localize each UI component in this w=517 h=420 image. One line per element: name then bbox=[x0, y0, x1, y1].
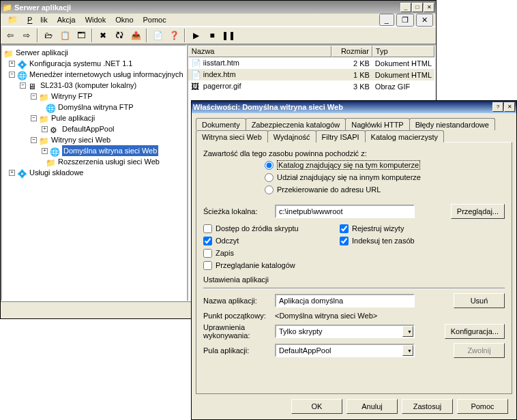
apply-button[interactable]: Zastosuj bbox=[402, 399, 453, 414]
tab-body: Zawartość dla tego zasobu powinna pochod… bbox=[196, 142, 512, 394]
tree-iis[interactable]: Menedżer internetowych usług informacyjn… bbox=[29, 69, 183, 80]
show-hide-button[interactable]: 📋 bbox=[57, 28, 72, 43]
col-name[interactable]: Nazwa bbox=[188, 46, 331, 57]
tab-httpheaders[interactable]: Nagłówki HTTP bbox=[345, 118, 409, 130]
chk-write[interactable] bbox=[203, 249, 212, 258]
tree-server[interactable]: SL231-03 (komputer lokalny) bbox=[40, 80, 136, 91]
stop-button[interactable]: ■ bbox=[205, 28, 220, 43]
tree-pane[interactable]: Serwer aplikacji +Konfiguracja systemu .… bbox=[1, 44, 187, 301]
maximize-button[interactable]: □ bbox=[412, 3, 423, 12]
expander[interactable]: + bbox=[9, 170, 15, 176]
minimize-button[interactable]: _ bbox=[400, 3, 411, 12]
menu-widok[interactable]: Widok bbox=[81, 15, 110, 25]
main-titlebar[interactable]: Serwer aplikacji _ □ ✕ bbox=[1, 1, 436, 14]
tree-netcfg[interactable]: Konfiguracja systemu .NET 1.1 bbox=[29, 58, 132, 69]
tree-defpool[interactable]: DefaultAppPool bbox=[62, 123, 114, 134]
chk-script-source[interactable] bbox=[203, 224, 212, 233]
tree-webext[interactable]: Rozszerzenia usługi sieci Web bbox=[58, 156, 160, 167]
menu-pomoc[interactable]: Pomoc bbox=[139, 15, 171, 25]
tab-website[interactable]: Witryna sieci Web bbox=[196, 130, 268, 142]
dialog-close-button[interactable]: ✕ bbox=[504, 102, 515, 112]
menu-akcja[interactable]: Akcja bbox=[53, 15, 80, 25]
delete-button[interactable]: Usuń bbox=[454, 293, 505, 308]
expander[interactable]: + bbox=[9, 61, 15, 67]
expander[interactable]: − bbox=[20, 82, 26, 89]
mdi-restore-button[interactable]: ❐ bbox=[396, 14, 414, 27]
chk-log-visits[interactable] bbox=[340, 224, 349, 233]
help-button[interactable]: Pomoc bbox=[457, 399, 508, 414]
expander[interactable]: − bbox=[31, 137, 37, 143]
chk-dir-browse[interactable] bbox=[203, 261, 212, 270]
ok-button[interactable]: OK bbox=[291, 399, 342, 414]
exec-perm-combo[interactable]: Tylko skrypty▼ bbox=[275, 325, 415, 338]
file-type: Obraz GIF bbox=[372, 82, 413, 91]
help-button[interactable]: ❓ bbox=[166, 28, 181, 43]
net-icon bbox=[17, 59, 28, 68]
file-type: Dokument HTML bbox=[372, 59, 434, 68]
tab-isapi[interactable]: Filtry ISAPI bbox=[316, 130, 366, 142]
cancel-button[interactable]: Anuluj bbox=[346, 399, 398, 414]
expander[interactable]: + bbox=[42, 126, 48, 132]
tree-pools[interactable]: Pule aplikacji bbox=[51, 112, 95, 123]
list-item[interactable]: iisstart.htm 2 KB Dokument HTML bbox=[188, 57, 434, 69]
list-item[interactable]: pagerror.gif 3 KB Obraz GIF bbox=[188, 80, 434, 92]
file-size: 3 KB bbox=[331, 82, 372, 91]
system-menu-icon[interactable] bbox=[3, 14, 22, 25]
pause-button[interactable]: ❚❚ bbox=[221, 28, 236, 43]
tab-dirsecurity[interactable]: Zabezpieczenia katalogów bbox=[246, 118, 346, 130]
menu-okno[interactable]: Okno bbox=[111, 15, 137, 25]
export-button[interactable]: 📤 bbox=[128, 28, 143, 43]
tree-compserv[interactable]: Usługi składowe bbox=[29, 167, 83, 178]
up-button[interactable]: 🗁 bbox=[41, 28, 56, 43]
mdi-close-button[interactable]: ✕ bbox=[416, 14, 433, 27]
dropdown-button[interactable]: ▼ bbox=[402, 326, 413, 337]
tree-ftp[interactable]: Witryny FTP bbox=[51, 91, 93, 102]
chk-index[interactable] bbox=[340, 237, 349, 245]
expander[interactable]: − bbox=[31, 93, 37, 100]
tab-documents[interactable]: Dokumenty bbox=[196, 118, 246, 130]
tab-customerrors[interactable]: Błędy niestandardowe bbox=[409, 118, 495, 130]
col-size[interactable]: Rozmiar bbox=[331, 46, 372, 57]
col-type[interactable]: Typ bbox=[372, 46, 434, 57]
expander[interactable]: − bbox=[9, 72, 15, 78]
app-name-input[interactable] bbox=[275, 294, 415, 308]
local-path-label: Ścieżka lokalna: bbox=[203, 207, 275, 215]
close-button[interactable]: ✕ bbox=[424, 3, 434, 12]
dialog-help-button[interactable]: ? bbox=[492, 102, 503, 112]
tree-root[interactable]: Serwer aplikacji bbox=[16, 47, 68, 58]
exec-perm-label: Uprawnienia wykonywania: bbox=[203, 323, 275, 340]
toolbar: ⇦ ⇨ 🗁 📋 🗔 ✖ 🗘 📤 📄 ❓ ▶ ■ ❚❚ bbox=[1, 27, 436, 44]
mdi-minimize-button[interactable]: _ bbox=[379, 14, 394, 26]
dropdown-button[interactable]: ▼ bbox=[402, 345, 413, 356]
content-source-label: Zawartość dla tego zasobu powinna pochod… bbox=[203, 149, 505, 158]
radio-share[interactable] bbox=[265, 173, 274, 182]
local-path-input[interactable] bbox=[275, 205, 415, 218]
tree-websites[interactable]: Witryny sieci Web bbox=[51, 134, 110, 145]
globe-icon bbox=[50, 147, 61, 155]
play-button[interactable]: ▶ bbox=[188, 28, 203, 43]
tree-defweb[interactable]: Domyślna witryna sieci Web bbox=[62, 145, 158, 156]
forward-button[interactable]: ⇨ bbox=[19, 28, 34, 43]
back-button[interactable]: ⇦ bbox=[3, 28, 18, 43]
delete-button[interactable]: ✖ bbox=[95, 28, 110, 43]
tab-performance[interactable]: Wydajność bbox=[267, 130, 316, 142]
dialog-titlebar[interactable]: Właściwości: Domyślna witryna sieci Web … bbox=[192, 101, 516, 113]
menu-plik[interactable]: Plik bbox=[23, 15, 52, 25]
config-button[interactable]: Konfiguracja... bbox=[445, 324, 505, 339]
list-item[interactable]: index.htm 1 KB Dokument HTML bbox=[188, 69, 434, 80]
radio-redirect[interactable] bbox=[265, 185, 274, 194]
main-title: Serwer aplikacji bbox=[14, 3, 400, 12]
browse-button[interactable]: Przeglądaj... bbox=[451, 204, 505, 219]
radio-local-dir[interactable] bbox=[265, 161, 274, 170]
refresh-button[interactable]: 🗘 bbox=[112, 28, 127, 43]
exec-perm-value: Tylko skrypty bbox=[276, 326, 402, 337]
tab-homedir[interactable]: Katalog macierzysty bbox=[365, 130, 444, 142]
app-pool-combo[interactable]: DefaultAppPool▼ bbox=[275, 344, 415, 357]
folder-icon bbox=[39, 92, 50, 101]
chk-read[interactable] bbox=[203, 237, 212, 245]
properties-button[interactable]: 🗔 bbox=[74, 28, 89, 43]
prop2-button[interactable]: 📄 bbox=[150, 28, 165, 43]
expander[interactable]: − bbox=[31, 115, 37, 121]
tree-ftp-default[interactable]: Domyślna witryna FTP bbox=[58, 102, 134, 112]
expander[interactable]: + bbox=[42, 148, 48, 154]
